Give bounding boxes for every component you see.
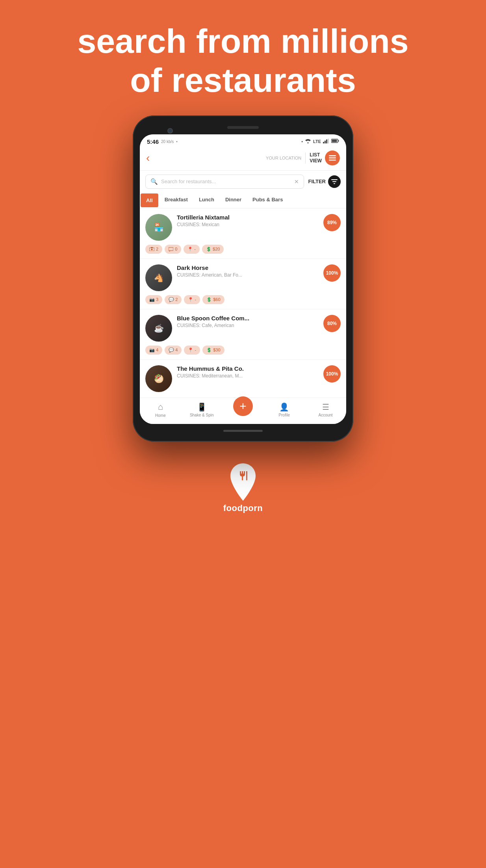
- restaurant-name-1: Tortilleria Nixtamal: [177, 214, 319, 221]
- status-time: 5:46: [147, 138, 159, 145]
- restaurant-item-1[interactable]: 🏪 Tortilleria Nixtamal CUISINES: Mexican…: [140, 208, 346, 259]
- filter-label: FILTER: [308, 178, 326, 184]
- tag-location-1: 📍 -: [184, 245, 200, 254]
- tag-reviews-2: 💬 2: [165, 295, 182, 304]
- svg-point-14: [151, 249, 153, 250]
- status-dot: •: [176, 139, 178, 144]
- tag-photos-2: 📷 3: [145, 295, 162, 304]
- restaurant-image-3: ☕: [145, 315, 172, 342]
- phone-outer: 5:46 20 kb/s • • LTE: [133, 115, 353, 442]
- score-badge-3: 80%: [323, 315, 341, 332]
- wifi-icon: [305, 139, 311, 145]
- battery-icon: [331, 139, 339, 144]
- restaurant-item-2[interactable]: 🐴 Dark Horse CUISINES: American, Bar Fo.…: [140, 259, 346, 309]
- back-button[interactable]: ‹: [146, 152, 150, 164]
- nav-shake[interactable]: 📱 Shake & Spin: [181, 402, 223, 417]
- restaurant-name-3: Blue Spoon Coffee Com...: [177, 315, 319, 322]
- signal-icon: [323, 139, 329, 145]
- restaurant-tags-3: 📷 4 💬 4 📍 - 💲 $30: [145, 346, 341, 359]
- home-label: Home: [155, 413, 166, 418]
- tab-all[interactable]: All: [141, 193, 158, 207]
- list-view-section[interactable]: LISTVIEW: [310, 151, 340, 165]
- tab-pubs[interactable]: Pubs & Bars: [247, 193, 288, 208]
- svg-rect-9: [329, 160, 336, 161]
- tag-reviews-1: 0: [165, 245, 181, 254]
- tag-price-3: 💲 $30: [202, 346, 224, 355]
- score-badge-1: 89%: [323, 214, 341, 231]
- tab-dinner[interactable]: Dinner: [220, 193, 247, 208]
- header-divider: [305, 152, 306, 164]
- restaurant-cuisine-1: CUISINES: Mexican: [177, 222, 319, 227]
- list-view-label: LISTVIEW: [310, 152, 322, 164]
- tag-price-2: 💲 $60: [202, 295, 224, 304]
- phone-wrapper: 5:46 20 kb/s • • LTE: [0, 115, 486, 442]
- status-icons: • LTE: [301, 139, 339, 145]
- status-bar: 5:46 20 kb/s • • LTE: [140, 134, 346, 147]
- restaurant-item-4[interactable]: 🥙 The Hummus & Pita Co. CUISINES: Medite…: [140, 360, 346, 398]
- filter-button[interactable]: FILTER: [308, 175, 341, 188]
- search-clear-icon[interactable]: ✕: [294, 178, 299, 185]
- tab-breakfast[interactable]: Breakfast: [159, 193, 193, 208]
- phone-speaker: [227, 126, 259, 129]
- nav-profile[interactable]: 👤 Profile: [263, 402, 305, 417]
- restaurant-image-4: 🥙: [145, 365, 172, 392]
- restaurant-list: 🏪 Tortilleria Nixtamal CUISINES: Mexican…: [140, 208, 346, 398]
- nav-home[interactable]: ⌂ Home: [140, 402, 181, 418]
- header-right: YOUR LOCATION LISTVIEW: [266, 151, 340, 165]
- phone-camera: [167, 128, 173, 134]
- svg-rect-7: [329, 155, 336, 156]
- score-badge-4: 100%: [323, 365, 341, 383]
- shake-label: Shake & Spin: [190, 413, 214, 417]
- shake-icon: 📱: [197, 402, 207, 412]
- svg-rect-8: [329, 157, 336, 158]
- tag-location-2: 📍 -: [184, 295, 200, 304]
- restaurant-info-2: Dark Horse CUISINES: American, Bar Fo...: [177, 264, 319, 278]
- search-icon: 🔍: [150, 178, 158, 185]
- status-data: 20 kb/s: [161, 139, 174, 144]
- foodporn-logo-icon: [227, 463, 259, 501]
- svg-rect-1: [325, 141, 326, 143]
- nav-add[interactable]: +: [223, 403, 264, 416]
- restaurant-name-4: The Hummus & Pita Co.: [177, 365, 319, 372]
- category-tabs: All Breakfast Lunch Dinner Pubs & Bars: [140, 193, 346, 208]
- restaurant-info-4: The Hummus & Pita Co. CUISINES: Mediterr…: [177, 365, 319, 379]
- nav-account[interactable]: ☰ Account: [305, 402, 346, 417]
- home-indicator: [223, 430, 263, 432]
- bottom-nav: ⌂ Home 📱 Shake & Spin + 👤 Profile: [140, 398, 346, 424]
- footer-logo-wrapper: foodporn: [0, 463, 486, 513]
- restaurant-item-3[interactable]: ☕ Blue Spoon Coffee Com... CUISINES: Caf…: [140, 309, 346, 360]
- phone-bottom-area: [140, 426, 346, 436]
- restaurant-name-2: Dark Horse: [177, 264, 319, 271]
- account-icon: ☰: [322, 402, 329, 412]
- score-badge-2: 100%: [323, 264, 341, 282]
- restaurant-cuisine-2: CUISINES: American, Bar Fo...: [177, 272, 319, 278]
- page-background: search from millions of restaurants 5:46…: [0, 0, 486, 868]
- svg-rect-2: [326, 139, 327, 143]
- account-label: Account: [319, 413, 333, 417]
- tag-price-1: 💲 $20: [202, 245, 224, 254]
- header-title: search from millions of restaurants: [39, 22, 447, 100]
- svg-rect-5: [338, 140, 339, 142]
- tag-photos-1: 2: [145, 245, 162, 254]
- restaurant-tags-1: 2 0 📍 - 💲 $20: [145, 245, 341, 258]
- tag-location-3: 📍 -: [184, 346, 200, 355]
- restaurant-info-1: Tortilleria Nixtamal CUISINES: Mexican: [177, 214, 319, 227]
- restaurant-image-1: 🏪: [145, 214, 172, 241]
- svg-rect-0: [323, 142, 324, 143]
- svg-rect-3: [328, 139, 329, 143]
- restaurant-info-3: Blue Spoon Coffee Com... CUISINES: Cafe,…: [177, 315, 319, 328]
- add-button[interactable]: +: [233, 396, 253, 416]
- footer-logo-text: foodporn: [223, 503, 263, 513]
- search-input-wrapper[interactable]: 🔍 Search for restaurants... ✕: [145, 175, 304, 189]
- tag-reviews-3: 💬 4: [165, 346, 182, 355]
- restaurant-image-2: 🐴: [145, 264, 172, 291]
- tab-lunch[interactable]: Lunch: [193, 193, 220, 208]
- location-label: YOUR LOCATION: [266, 156, 301, 160]
- svg-rect-12: [334, 183, 335, 184]
- phone-screen: 5:46 20 kb/s • • LTE: [140, 134, 346, 424]
- page-header: search from millions of restaurants: [0, 0, 486, 112]
- restaurant-cuisine-3: CUISINES: Cafe, American: [177, 323, 319, 328]
- list-view-icon: [325, 151, 340, 165]
- restaurant-tags-2: 📷 3 💬 2 📍 - 💲 $60: [145, 295, 341, 309]
- search-placeholder: Search for restaurants...: [161, 178, 291, 184]
